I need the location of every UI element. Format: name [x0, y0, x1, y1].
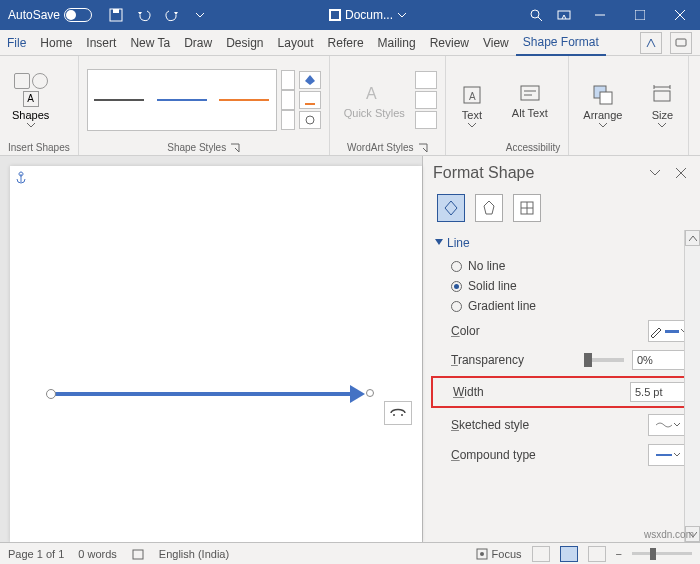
color-picker-button[interactable] [648, 320, 688, 342]
gallery-down-icon[interactable] [281, 90, 295, 110]
search-icon[interactable] [528, 7, 544, 23]
tab-layout[interactable]: Layout [271, 30, 321, 56]
pane-tab-fill-line[interactable] [437, 194, 465, 222]
svg-text:A: A [469, 91, 476, 102]
undo-icon[interactable] [136, 7, 152, 23]
radio-solid-line[interactable]: Solid line [431, 276, 692, 296]
save-icon[interactable] [108, 7, 124, 23]
shape-fill-button[interactable] [299, 71, 321, 89]
tab-newtab[interactable]: New Ta [123, 30, 177, 56]
scroll-up-icon[interactable] [685, 230, 700, 246]
pane-dropdown-icon[interactable] [646, 164, 664, 182]
compound-dropdown[interactable] [648, 444, 688, 466]
tab-insert[interactable]: Insert [79, 30, 123, 56]
text-button[interactable]: A Text [454, 81, 490, 130]
text-outline-button[interactable] [415, 91, 437, 109]
svg-line-5 [538, 17, 542, 21]
width-input[interactable]: 5.5 pt [630, 382, 686, 402]
document-canvas[interactable] [10, 166, 422, 542]
zoom-slider[interactable] [632, 552, 692, 555]
radio-no-line[interactable]: No line [431, 256, 692, 276]
transparency-input[interactable]: 0% [632, 350, 688, 370]
sketched-dropdown[interactable] [648, 414, 688, 436]
chevron-down-icon [674, 453, 680, 457]
style-sample-1 [94, 99, 144, 101]
svg-rect-21 [654, 91, 670, 101]
anchor-icon [14, 170, 28, 184]
share-button[interactable] [640, 32, 662, 54]
tab-shape-format[interactable]: Shape Format [516, 30, 606, 56]
tab-review[interactable]: Review [423, 30, 476, 56]
alt-text-button[interactable]: Alt Text [506, 79, 554, 121]
pane-title: Format Shape [433, 164, 646, 182]
ribbon-options-icon[interactable] [556, 7, 572, 23]
arrange-button[interactable]: Arrange [577, 81, 628, 130]
pen-icon [649, 324, 663, 338]
status-page[interactable]: Page 1 of 1 [8, 548, 64, 560]
dialog-launcher-icon[interactable] [418, 143, 428, 153]
qat-dropdown-icon[interactable] [192, 7, 208, 23]
layout-options-button[interactable] [384, 401, 412, 425]
status-bar: Page 1 of 1 0 words English (India) Focu… [0, 542, 700, 564]
text-fill-button[interactable] [415, 71, 437, 89]
color-swatch [665, 330, 679, 333]
rect-shape-icon [14, 73, 30, 89]
pane-tab-effects[interactable] [475, 194, 503, 222]
quick-styles-button[interactable]: A Quick Styles [338, 79, 411, 121]
ribbon-content: A Shapes Insert Shapes [0, 56, 700, 156]
arrow-shape-selected[interactable] [50, 392, 350, 396]
shape-effects-button[interactable] [299, 111, 321, 129]
web-layout-button[interactable] [588, 546, 606, 562]
gallery-up-icon[interactable] [281, 70, 295, 90]
group-arrange: Arrange [569, 56, 636, 155]
dialog-launcher-icon[interactable] [230, 143, 240, 153]
shape-style-gallery[interactable] [87, 69, 277, 131]
gallery-more-icon[interactable] [281, 110, 295, 130]
chevron-down-icon [599, 123, 607, 128]
radio-gradient-line[interactable]: Gradient line [431, 296, 692, 316]
close-button[interactable] [660, 0, 700, 30]
minimize-button[interactable] [580, 0, 620, 30]
tab-file[interactable]: File [0, 30, 33, 56]
status-language[interactable]: English (India) [159, 548, 229, 560]
svg-rect-20 [600, 92, 612, 104]
shape-handle[interactable] [366, 389, 374, 397]
shapes-dropdown[interactable]: A Shapes [8, 69, 53, 132]
group-accessibility: Alt Text Accessibility [498, 56, 569, 155]
svg-point-24 [401, 414, 403, 416]
tab-home[interactable]: Home [33, 30, 79, 56]
focus-mode-button[interactable]: Focus [476, 548, 522, 560]
redo-icon[interactable] [164, 7, 180, 23]
chevron-down-icon[interactable] [397, 10, 407, 20]
tab-references[interactable]: Refere [321, 30, 371, 56]
svg-rect-11 [676, 39, 686, 46]
svg-point-4 [531, 10, 539, 18]
document-title: Docum... [216, 8, 520, 22]
zoom-out-button[interactable]: − [616, 548, 622, 560]
text-effects-button[interactable] [415, 111, 437, 129]
read-mode-button[interactable] [532, 546, 550, 562]
maximize-button[interactable] [620, 0, 660, 30]
size-button[interactable]: Size [644, 81, 680, 130]
pane-scrollbar[interactable] [684, 230, 700, 542]
svg-rect-16 [521, 86, 539, 100]
status-proofing-icon[interactable] [131, 547, 145, 561]
textbox-shape-icon: A [23, 91, 39, 107]
status-words[interactable]: 0 words [78, 548, 117, 560]
tab-mailings[interactable]: Mailing [371, 30, 423, 56]
style-sample-2 [157, 99, 207, 101]
tab-design[interactable]: Design [219, 30, 270, 56]
tab-draw[interactable]: Draw [177, 30, 219, 56]
shape-outline-button[interactable] [299, 91, 321, 109]
radio-selected-icon [451, 281, 462, 292]
transparency-slider[interactable] [584, 358, 624, 362]
comments-button[interactable] [670, 32, 692, 54]
print-layout-button[interactable] [560, 546, 578, 562]
pane-close-icon[interactable] [672, 164, 690, 182]
ribbon-tabs: File Home Insert New Ta Draw Design Layo… [0, 30, 700, 56]
pane-tab-layout[interactable] [513, 194, 541, 222]
tab-view[interactable]: View [476, 30, 516, 56]
section-line-header[interactable]: Line [431, 230, 692, 256]
autosave-toggle[interactable]: AutoSave [0, 8, 100, 22]
gallery-scroll[interactable] [281, 70, 295, 130]
